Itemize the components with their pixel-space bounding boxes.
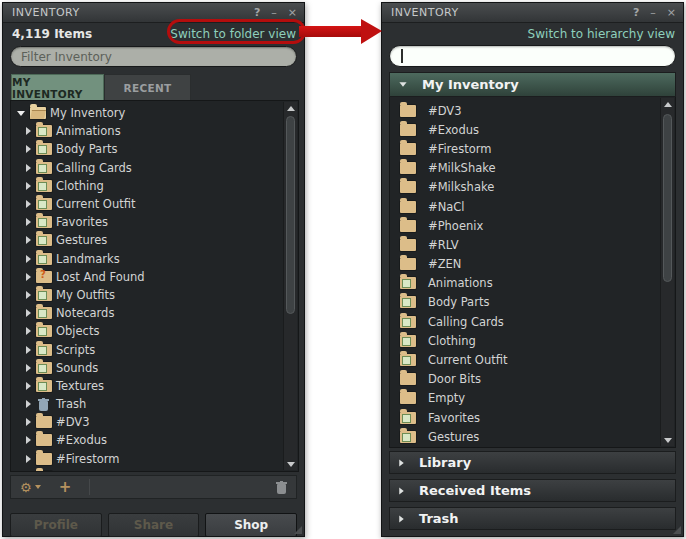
expand-arrow-icon[interactable] bbox=[26, 291, 31, 299]
scrollbar-thumb[interactable] bbox=[286, 116, 295, 314]
list-item[interactable]: Body Parts bbox=[390, 293, 675, 312]
tree-row[interactable]: #Exodus bbox=[11, 431, 298, 449]
list-item[interactable]: #Firestorm bbox=[390, 139, 675, 158]
close-icon[interactable]: × bbox=[667, 3, 676, 23]
folder-label: #Exodus bbox=[56, 433, 107, 447]
scroll-up-button[interactable] bbox=[284, 102, 297, 114]
list-item[interactable]: #Exodus bbox=[390, 120, 675, 139]
tree-row[interactable]: Textures bbox=[11, 377, 298, 395]
list-item[interactable]: #Milkshake bbox=[390, 178, 675, 197]
trash-button[interactable] bbox=[276, 481, 287, 494]
list-item[interactable]: Gestures bbox=[390, 427, 675, 446]
list-item[interactable]: Empty bbox=[390, 389, 675, 408]
list-item[interactable]: Clothing bbox=[390, 331, 675, 350]
minimize-icon[interactable]: – bbox=[650, 3, 656, 23]
tab-my-inventory[interactable]: MY INVENTORY bbox=[11, 74, 104, 100]
folder-label: #NaCl bbox=[428, 200, 465, 214]
tree-row[interactable]: Gestures bbox=[11, 231, 298, 249]
tree-row[interactable]: Favorites bbox=[11, 213, 298, 231]
expand-arrow-icon[interactable] bbox=[26, 273, 31, 281]
tree-row[interactable]: Scripts bbox=[11, 340, 298, 358]
switch-to-folder-view-link[interactable]: Switch to folder view bbox=[170, 27, 296, 41]
help-icon[interactable]: ? bbox=[633, 3, 639, 23]
search-input[interactable] bbox=[389, 45, 676, 67]
tree-row[interactable]: Body Parts bbox=[11, 140, 298, 158]
list-item[interactable]: #ZEN bbox=[390, 255, 675, 274]
list-item[interactable]: #Phoenix bbox=[390, 216, 675, 235]
list-item[interactable]: Current Outfit bbox=[390, 350, 675, 369]
collapse-arrow-icon[interactable] bbox=[17, 111, 25, 116]
expand-arrow-icon[interactable] bbox=[26, 309, 31, 317]
list-item[interactable]: Favorites bbox=[390, 408, 675, 427]
switch-to-hierarchy-view-link[interactable]: Switch to hierarchy view bbox=[528, 27, 675, 41]
system-folder-icon bbox=[36, 234, 52, 246]
tree-row[interactable]: #Firestorm bbox=[11, 450, 298, 468]
tree-row[interactable]: Animations bbox=[11, 122, 298, 140]
expand-arrow-icon[interactable] bbox=[26, 455, 31, 463]
expand-arrow-icon[interactable] bbox=[26, 400, 31, 408]
expand-arrow-icon[interactable] bbox=[26, 127, 31, 135]
accordion-my-inventory[interactable]: My Inventory bbox=[389, 72, 676, 97]
expand-arrow-icon[interactable] bbox=[26, 145, 31, 153]
list-item[interactable]: Animations bbox=[390, 274, 675, 293]
resize-grip[interactable] bbox=[294, 526, 302, 534]
tree-row[interactable]: #DV3 bbox=[11, 413, 298, 431]
filter-input[interactable] bbox=[10, 46, 297, 67]
scroll-up-button[interactable] bbox=[661, 98, 674, 110]
expand-arrow-icon[interactable] bbox=[26, 182, 31, 190]
expand-arrow-icon[interactable] bbox=[26, 255, 31, 263]
title-bar[interactable]: INVENTORY ? – × bbox=[3, 3, 304, 23]
scrollbar-thumb[interactable] bbox=[663, 114, 672, 282]
expand-arrow-icon[interactable] bbox=[26, 236, 31, 244]
tree-row[interactable]: Trash bbox=[11, 395, 298, 413]
list-item[interactable]: #MilkShake bbox=[390, 159, 675, 178]
scroll-down-button[interactable] bbox=[284, 458, 297, 470]
gear-menu-button[interactable]: ⚙ bbox=[20, 481, 41, 494]
tree-row[interactable]: Lost And Found bbox=[11, 268, 298, 286]
list-item[interactable]: Door Bits bbox=[390, 370, 675, 389]
tree-row[interactable]: Clothing bbox=[11, 177, 298, 195]
close-icon[interactable]: × bbox=[288, 3, 297, 23]
expand-arrow-icon[interactable] bbox=[26, 200, 31, 208]
expand-arrow-icon[interactable] bbox=[26, 418, 31, 426]
accordion-received-items[interactable]: Received Items bbox=[389, 479, 676, 502]
tree-row[interactable]: #MilkShake bbox=[11, 468, 298, 472]
expand-arrow-icon[interactable] bbox=[26, 346, 31, 354]
tree-row[interactable]: Objects bbox=[11, 322, 298, 340]
tree-row[interactable]: Sounds bbox=[11, 359, 298, 377]
accordion-library[interactable]: Library bbox=[389, 451, 676, 474]
tree-row[interactable]: Current Outfit bbox=[11, 195, 298, 213]
expand-arrow-icon[interactable] bbox=[26, 364, 31, 372]
scroll-down-button[interactable] bbox=[661, 434, 674, 446]
list-item[interactable]: #DV3 bbox=[390, 101, 675, 120]
expand-arrow-icon[interactable] bbox=[26, 436, 31, 444]
list-item[interactable]: Calling Cards bbox=[390, 312, 675, 331]
list-item[interactable]: #NaCl bbox=[390, 197, 675, 216]
folder-label: #DV3 bbox=[56, 415, 89, 429]
expand-arrow-icon[interactable] bbox=[26, 218, 31, 226]
shop-button[interactable]: Shop bbox=[205, 513, 297, 537]
expand-arrow-icon[interactable] bbox=[26, 327, 31, 335]
add-button[interactable]: + bbox=[59, 480, 72, 495]
tree-row[interactable]: My Outfits bbox=[11, 286, 298, 304]
expand-arrow-icon[interactable] bbox=[26, 164, 31, 172]
resize-grip[interactable] bbox=[673, 526, 681, 534]
title-bar[interactable]: INVENTORY ? – × bbox=[382, 3, 683, 23]
list-item[interactable]: #RLV bbox=[390, 235, 675, 254]
tree-row[interactable]: Notecards bbox=[11, 304, 298, 322]
screenshot-stage: INVENTORY ? – × 4,119 Items Switch to fo… bbox=[0, 0, 686, 539]
minimize-icon[interactable]: – bbox=[271, 3, 277, 23]
bottom-button-row: Profile Share Shop bbox=[10, 513, 297, 537]
tree-row[interactable]: Landmarks bbox=[11, 250, 298, 268]
trash-icon bbox=[38, 398, 49, 411]
help-icon[interactable]: ? bbox=[254, 3, 260, 23]
expand-arrow-icon[interactable] bbox=[26, 382, 31, 390]
profile-button[interactable]: Profile bbox=[10, 513, 102, 537]
tree-row[interactable]: Calling Cards bbox=[11, 159, 298, 177]
tab-recent[interactable]: RECENT bbox=[104, 74, 191, 100]
system-folder-icon bbox=[400, 431, 416, 443]
right-folder-list: #DV3#Exodus#Firestorm#MilkShake#Milkshak… bbox=[390, 97, 675, 446]
share-button[interactable]: Share bbox=[108, 513, 200, 537]
tree-row[interactable]: My Inventory bbox=[11, 104, 298, 122]
accordion-trash[interactable]: Trash bbox=[389, 507, 676, 530]
